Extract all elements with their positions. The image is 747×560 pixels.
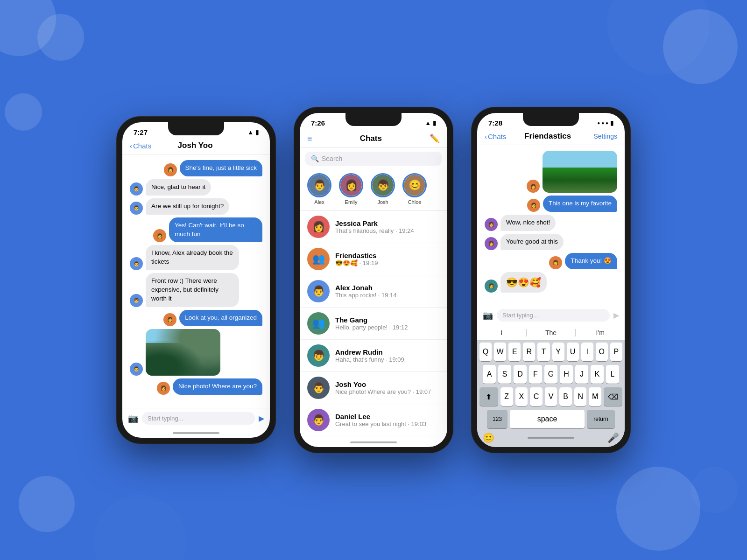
key-b[interactable]: B (559, 387, 572, 406)
chat-name: Josh Yoo (335, 380, 440, 388)
send-button-3[interactable]: ▶ (613, 311, 619, 320)
screen-1: 7:27 ▲ ▮ ‹ Chats Josh Yoo She's fine, (122, 122, 270, 438)
key-p[interactable]: P (610, 343, 622, 361)
compose-icon[interactable]: ✏️ (430, 133, 440, 144)
settings-button[interactable]: Settings (589, 133, 617, 140)
key-g[interactable]: G (544, 365, 557, 384)
key-d[interactable]: D (514, 365, 527, 384)
story-item-chloe[interactable]: 😊 Chloe (402, 173, 427, 205)
status-icons-2: ▲ ▮ (425, 119, 436, 126)
key-t[interactable]: T (537, 343, 550, 361)
key-h[interactable]: H (560, 365, 573, 384)
msg-row: This one is my favorite 👩 (485, 196, 617, 212)
key-row-1: Q W E R T Y U I O P (477, 341, 625, 363)
back-button-3[interactable]: ‹ Chats (485, 133, 506, 140)
message-bubble: This one is my favorite (543, 196, 617, 212)
chat-avatar-andrew: 👦 (307, 344, 330, 367)
key-s[interactable]: S (498, 365, 511, 384)
avatar: 👩 (527, 180, 540, 193)
chat-item-friendastics[interactable]: 👥 Friendastics 😎😍🥰 · 19:19 (300, 243, 447, 275)
send-button-1[interactable]: ▶ (259, 414, 264, 423)
back-label-1[interactable]: Chats (133, 142, 151, 150)
chat-name: Friendastics (335, 252, 440, 259)
home-indicator-2 (300, 438, 447, 447)
key-j[interactable]: J (575, 365, 588, 384)
delete-key[interactable]: ⌫ (604, 387, 622, 406)
avatar: 👩 (485, 280, 498, 293)
photo-message-sent (543, 151, 617, 193)
chat-item-gang[interactable]: 👥 The Gang Hello, party people! · 19:12 (300, 308, 447, 340)
chat-item-josh[interactable]: 👨 Josh Yoo Nice photo! Where are you? · … (300, 372, 447, 404)
suggestion-im[interactable]: I'm (576, 329, 625, 336)
msg-row: 👨 Are we still up for tonight? (130, 198, 262, 215)
suggestion-the[interactable]: The (527, 329, 576, 336)
key-m[interactable]: M (589, 387, 601, 406)
return-key[interactable]: return (587, 410, 615, 428)
menu-icon[interactable]: ≡ (307, 134, 312, 144)
battery-icon-2: ▮ (433, 119, 436, 126)
key-c[interactable]: C (530, 387, 543, 406)
msg-row: Yes! Can't wait. It'll be so much fun 👩 (130, 217, 262, 243)
msg-row: 👨 I know, Alex already book the tickets (130, 245, 262, 270)
key-r[interactable]: R (523, 343, 535, 361)
back-arrow-3: ‹ (485, 133, 487, 140)
msg-row: 👩 (485, 151, 617, 193)
key-f[interactable]: F (529, 365, 542, 384)
message-input-1[interactable]: Start typing... (142, 412, 255, 425)
key-v[interactable]: V (545, 387, 557, 406)
avatar: 👩 (163, 313, 176, 326)
shift-key[interactable]: ⬆ (479, 387, 498, 406)
input-bar-1: 📷 Start typing... ▶ (122, 408, 270, 428)
story-item-alex[interactable]: 👨 Alex (307, 173, 331, 205)
chat-title-3: Friendastics (506, 132, 589, 141)
nav-bar-1: ‹ Chats Josh Yoo (122, 139, 270, 154)
key-y[interactable]: Y (552, 343, 564, 361)
stories-row: 👨 Alex 👩 Emily 👦 Josh (300, 169, 447, 211)
chat-title-1: Josh Yoo (151, 141, 239, 150)
key-e[interactable]: E (508, 343, 521, 361)
story-item-emily[interactable]: 👩 Emily (339, 173, 363, 205)
phone-1: 7:27 ▲ ▮ ‹ Chats Josh Yoo She's fine, (117, 117, 275, 443)
avatar: 👩 (164, 163, 177, 176)
msg-row: She's fine, just a little sick 👩 (130, 160, 262, 176)
key-u[interactable]: U (567, 343, 579, 361)
search-bar[interactable]: 🔍 Search (305, 152, 442, 166)
camera-button-3[interactable]: 📷 (483, 310, 493, 321)
back-button-1[interactable]: ‹ Chats (130, 142, 151, 150)
suggestion-i[interactable]: I (477, 329, 527, 336)
key-l[interactable]: L (606, 365, 619, 384)
numbers-key[interactable]: 123 (487, 410, 507, 428)
key-o[interactable]: O (596, 343, 608, 361)
story-item-josh[interactable]: 👦 Josh (371, 173, 395, 205)
message-bubble: Front row :) There were expensive, but d… (146, 273, 239, 307)
avatar: 👨 (130, 182, 143, 196)
chat-item-andrew[interactable]: 👦 Andrew Rudin Haha, that's funny · 19:0… (300, 340, 447, 372)
input-placeholder-1: Start typing... (148, 415, 183, 422)
key-i[interactable]: I (581, 343, 593, 361)
mic-icon[interactable]: 🎤 (607, 432, 619, 443)
key-x[interactable]: X (515, 387, 528, 406)
chat-info-gang: The Gang Hello, party people! · 19:12 (335, 316, 440, 331)
chat-avatar-josh: 👨 (307, 377, 330, 399)
key-q[interactable]: Q (479, 343, 492, 361)
chat-list: 👩 Jessica Park That's hilarious, really … (300, 211, 447, 438)
story-name-josh: Josh (377, 199, 388, 205)
avatar: 👨 (130, 202, 143, 215)
key-z[interactable]: Z (500, 387, 513, 406)
back-label-3[interactable]: Chats (488, 133, 506, 140)
emoji-icon[interactable]: 🙂 (483, 432, 494, 443)
message-bubble: Nice photo! Where are you? (173, 378, 262, 395)
chat-item-alex[interactable]: 👨 Alex Jonah This app rocks! · 19:14 (300, 275, 447, 308)
camera-button[interactable]: 📷 (128, 413, 138, 424)
screen-2: 7:26 ▲ ▮ ≡ Chats ✏️ 🔍 Search (300, 113, 447, 447)
chat-item-daniel[interactable]: 👨 Daniel Lee Great to see you last night… (300, 404, 447, 436)
search-placeholder: Search (322, 155, 342, 162)
message-input-3[interactable]: Start typing... (497, 309, 610, 322)
chat-item-jessica[interactable]: 👩 Jessica Park That's hilarious, really … (300, 211, 447, 243)
key-w[interactable]: W (494, 343, 506, 361)
msg-row: 👨 Nice, glad to hear it (130, 179, 262, 196)
space-key[interactable]: space (510, 410, 585, 428)
key-n[interactable]: N (574, 387, 587, 406)
key-k[interactable]: K (591, 365, 604, 384)
key-a[interactable]: A (483, 365, 496, 384)
